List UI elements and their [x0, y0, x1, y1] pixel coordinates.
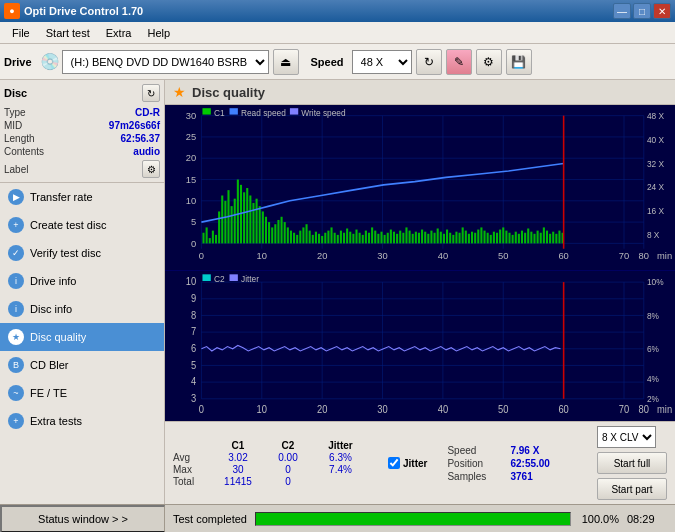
start-part-button[interactable]: Start part — [597, 478, 667, 500]
left-panel: Disc ↻ Type CD-R MID 97m26s66f Length 62… — [0, 80, 165, 504]
nav-drive-info[interactable]: i Drive info — [0, 267, 164, 295]
edit-button[interactable]: ✎ — [446, 49, 472, 75]
disc-quality-header: ★ Disc quality — [165, 80, 675, 105]
disc-label-row: Label ⚙ — [4, 160, 160, 178]
nav-menu: ▶ Transfer rate + Create test disc ✓ Ver… — [0, 183, 164, 504]
menu-extra[interactable]: Extra — [98, 25, 140, 41]
progress-percent: 100.0% — [579, 513, 619, 525]
svg-text:40: 40 — [438, 250, 448, 261]
svg-text:C1: C1 — [214, 108, 225, 118]
svg-rect-64 — [277, 220, 279, 243]
svg-rect-126 — [471, 232, 473, 244]
chart1-svg: 30 25 20 15 10 5 0 0 10 20 30 40 — [165, 105, 675, 270]
svg-rect-77 — [318, 234, 320, 244]
eject-button[interactable]: ⏏ — [273, 49, 299, 75]
svg-rect-124 — [465, 231, 467, 244]
svg-text:48 X: 48 X — [647, 111, 664, 121]
nav-extra-tests[interactable]: + Extra tests — [0, 407, 164, 435]
svg-text:30: 30 — [377, 404, 387, 415]
refresh-button[interactable]: ↻ — [416, 49, 442, 75]
svg-rect-76 — [315, 232, 317, 244]
svg-rect-82 — [334, 233, 336, 244]
nav-disc-info-label: Disc info — [30, 303, 72, 315]
speed-label: Speed — [447, 445, 502, 456]
svg-rect-114 — [434, 233, 436, 244]
nav-disc-quality[interactable]: ★ Disc quality — [0, 323, 164, 351]
drive-select[interactable]: (H:) BENQ DVD DD DW1640 BSRB — [62, 50, 269, 74]
svg-text:8%: 8% — [647, 311, 659, 321]
jitter-checkbox[interactable] — [388, 457, 400, 469]
svg-rect-109 — [418, 233, 420, 244]
svg-rect-150 — [546, 231, 548, 244]
svg-rect-51 — [237, 180, 239, 244]
minimize-button[interactable]: — — [613, 3, 631, 19]
row-avg-label: Avg — [173, 452, 213, 463]
status-window-button[interactable]: Status window > > — [0, 505, 165, 533]
svg-rect-149 — [543, 227, 545, 243]
svg-rect-89 — [355, 230, 357, 244]
svg-rect-53 — [243, 192, 245, 243]
speed-select[interactable]: 48 X — [352, 50, 412, 74]
svg-text:8 X: 8 X — [647, 230, 660, 240]
create-test-disc-icon: + — [8, 217, 24, 233]
svg-rect-88 — [352, 234, 354, 244]
svg-rect-92 — [365, 231, 367, 244]
nav-cd-bler[interactable]: B CD Bler — [0, 351, 164, 379]
results-area: C1 C2 Jitter Avg 3.02 0.00 6.3% Max 30 0… — [165, 421, 675, 504]
window-controls: — □ ✕ — [613, 3, 671, 19]
disc-label-button[interactable]: ⚙ — [142, 160, 160, 178]
row-avg-jitter: 6.3% — [313, 452, 368, 463]
svg-rect-69 — [293, 233, 295, 244]
samples-value: 3761 — [510, 471, 532, 482]
svg-rect-84 — [340, 231, 342, 244]
svg-text:25: 25 — [186, 131, 196, 142]
disc-refresh-button[interactable]: ↻ — [142, 84, 160, 102]
nav-create-test-disc[interactable]: + Create test disc — [0, 211, 164, 239]
results-table: C1 C2 Jitter Avg 3.02 0.00 6.3% Max 30 0… — [173, 440, 368, 487]
svg-text:Write speed: Write speed — [301, 108, 346, 118]
svg-rect-151 — [549, 234, 551, 244]
settings-button[interactable]: ⚙ — [476, 49, 502, 75]
svg-rect-137 — [505, 231, 507, 244]
svg-rect-94 — [371, 227, 373, 243]
svg-rect-105 — [405, 227, 407, 243]
nav-verify-test-disc[interactable]: ✓ Verify test disc — [0, 239, 164, 267]
samples-row: Samples 3761 — [447, 471, 549, 482]
disc-mid-row: MID 97m26s66f — [4, 119, 160, 132]
svg-text:8: 8 — [191, 309, 196, 320]
col-header-c1: C1 — [213, 440, 263, 451]
disc-type-key: Type — [4, 107, 26, 118]
svg-rect-115 — [437, 228, 439, 243]
menu-start-test[interactable]: Start test — [38, 25, 98, 41]
menu-file[interactable]: File — [4, 25, 38, 41]
disc-section: Disc ↻ Type CD-R MID 97m26s66f Length 62… — [0, 80, 164, 183]
jitter-check[interactable]: Jitter — [388, 457, 427, 469]
svg-text:50: 50 — [498, 404, 508, 415]
save-button[interactable]: 💾 — [506, 49, 532, 75]
start-full-button[interactable]: Start full — [597, 452, 667, 474]
clv-row: 8 X CLV — [597, 426, 667, 448]
close-button[interactable]: ✕ — [653, 3, 671, 19]
maximize-button[interactable]: □ — [633, 3, 651, 19]
status-window-label: Status window > > — [38, 513, 128, 525]
svg-text:10: 10 — [186, 276, 196, 287]
nav-disc-info[interactable]: i Disc info — [0, 295, 164, 323]
svg-rect-122 — [459, 233, 461, 244]
svg-text:15: 15 — [186, 174, 196, 185]
position-value: 62:55.00 — [510, 458, 549, 469]
svg-rect-157 — [202, 108, 210, 114]
disc-mid-val: 97m26s66f — [109, 120, 160, 131]
nav-transfer-rate[interactable]: ▶ Transfer rate — [0, 183, 164, 211]
svg-rect-67 — [287, 227, 289, 243]
svg-rect-128 — [477, 230, 479, 244]
svg-rect-61 — [268, 222, 270, 243]
svg-rect-145 — [530, 232, 532, 244]
svg-text:60: 60 — [558, 250, 568, 261]
svg-rect-148 — [540, 233, 542, 244]
svg-rect-90 — [359, 233, 361, 244]
nav-fe-te[interactable]: ~ FE / TE — [0, 379, 164, 407]
clv-select[interactable]: 8 X CLV — [597, 426, 656, 448]
nav-verify-test-disc-label: Verify test disc — [30, 247, 101, 259]
menu-help[interactable]: Help — [139, 25, 178, 41]
svg-rect-59 — [262, 211, 264, 243]
